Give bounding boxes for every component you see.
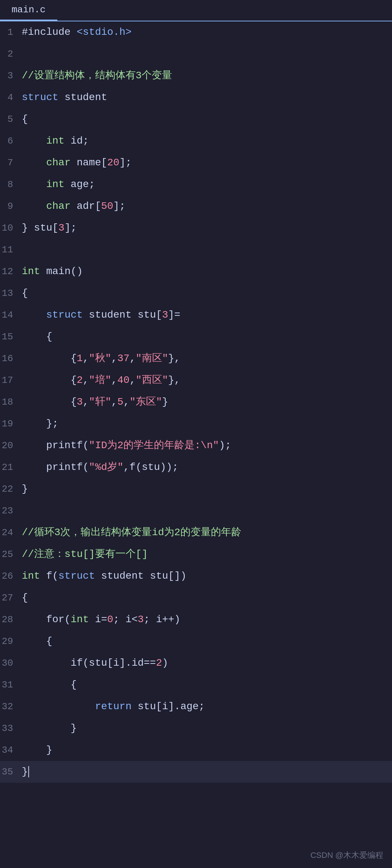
line-number: 8 bbox=[0, 174, 19, 195]
line-content: { bbox=[19, 631, 392, 652]
line-number: 30 bbox=[0, 653, 19, 673]
code-line: 34 } bbox=[0, 739, 392, 761]
code-line: 24//循环3次，输出结构体变量id为2的变量的年龄 bbox=[0, 522, 392, 543]
code-line: 10} stu[3]; bbox=[0, 217, 392, 239]
line-content: } bbox=[19, 718, 392, 739]
code-line: 26int f(struct student stu[]) bbox=[0, 565, 392, 587]
code-line: 23 bbox=[0, 500, 392, 522]
line-number: 21 bbox=[0, 457, 19, 478]
line-content: int main() bbox=[19, 261, 392, 282]
code-line: 7 char name[20]; bbox=[0, 152, 392, 174]
code-line: 30 if(stu[i].id==2) bbox=[0, 652, 392, 674]
line-content: { bbox=[19, 327, 392, 347]
line-content: char name[20]; bbox=[19, 153, 392, 173]
line-number: 20 bbox=[0, 435, 19, 456]
line-content: {3,"轩",5,"东区"} bbox=[19, 392, 392, 412]
line-number: 3 bbox=[0, 66, 19, 86]
code-line: 32 return stu[i].age; bbox=[0, 696, 392, 718]
code-line: 6 int id; bbox=[0, 130, 392, 152]
code-line: 9 char adr[50]; bbox=[0, 195, 392, 217]
line-number: 29 bbox=[0, 631, 19, 652]
code-line: 33 } bbox=[0, 718, 392, 739]
line-content: //设置结构体，结构体有3个变量 bbox=[19, 66, 392, 86]
code-line: 16 {1,"秋",37,"南区"}, bbox=[0, 348, 392, 369]
code-line: 1#include <stdio.h> bbox=[0, 21, 392, 43]
line-number: 22 bbox=[0, 479, 19, 499]
line-content: if(stu[i].id==2) bbox=[19, 653, 392, 673]
line-content: { bbox=[19, 283, 392, 303]
line-content: { bbox=[19, 588, 392, 608]
code-line: 14 struct student stu[3]= bbox=[0, 304, 392, 326]
line-number: 17 bbox=[0, 370, 19, 390]
code-line: 17 {2,"培",40,"西区"}, bbox=[0, 369, 392, 391]
line-content bbox=[19, 240, 392, 260]
line-number: 33 bbox=[0, 718, 19, 739]
code-line: 20 printf("ID为2的学生的年龄是:\n"); bbox=[0, 435, 392, 456]
line-content: char adr[50]; bbox=[19, 196, 392, 216]
code-line: 5{ bbox=[0, 108, 392, 130]
line-number: 19 bbox=[0, 414, 19, 434]
line-content: } bbox=[19, 479, 392, 499]
code-line: 3//设置结构体，结构体有3个变量 bbox=[0, 65, 392, 87]
line-content: { bbox=[19, 109, 392, 129]
code-line: 13{ bbox=[0, 282, 392, 304]
line-content bbox=[19, 501, 392, 521]
code-container: 1#include <stdio.h>2 3//设置结构体，结构体有3个变量4s… bbox=[0, 21, 392, 783]
line-content: int f(struct student stu[]) bbox=[19, 566, 392, 586]
line-content: } bbox=[19, 740, 392, 760]
line-number: 31 bbox=[0, 675, 19, 695]
line-number: 4 bbox=[0, 87, 19, 108]
line-content: }; bbox=[19, 414, 392, 434]
line-content: return stu[i].age; bbox=[19, 697, 392, 717]
line-number: 24 bbox=[0, 522, 19, 543]
code-line: 8 int age; bbox=[0, 174, 392, 195]
line-number: 18 bbox=[0, 392, 19, 412]
line-content: } stu[3]; bbox=[19, 218, 392, 238]
line-content: printf("ID为2的学生的年龄是:\n"); bbox=[19, 435, 392, 456]
line-content: struct student stu[3]= bbox=[19, 305, 392, 325]
code-line: 19 }; bbox=[0, 413, 392, 435]
code-line: 25//注意：stu[]要有一个[] bbox=[0, 543, 392, 565]
line-number: 32 bbox=[0, 697, 19, 717]
line-number: 12 bbox=[0, 261, 19, 282]
line-number: 7 bbox=[0, 153, 19, 173]
code-line: 28 for(int i=0; i<3; i++) bbox=[0, 609, 392, 631]
code-line: 35} bbox=[0, 761, 392, 783]
code-line: 21 printf("%d岁",f(stu)); bbox=[0, 456, 392, 478]
code-line: 15 { bbox=[0, 326, 392, 348]
tab-bar: main.c bbox=[0, 0, 392, 21]
line-number: 26 bbox=[0, 566, 19, 586]
line-number: 16 bbox=[0, 348, 19, 369]
line-number: 10 bbox=[0, 218, 19, 238]
code-line: 27{ bbox=[0, 587, 392, 609]
line-content bbox=[19, 44, 392, 64]
line-content: int id; bbox=[19, 131, 392, 151]
line-number: 9 bbox=[0, 196, 19, 216]
line-number: 15 bbox=[0, 327, 19, 347]
code-line: 11 bbox=[0, 239, 392, 261]
line-content: {2,"培",40,"西区"}, bbox=[19, 370, 392, 390]
code-line: 29 { bbox=[0, 631, 392, 652]
line-number: 11 bbox=[0, 240, 19, 260]
line-number: 5 bbox=[0, 109, 19, 129]
line-number: 27 bbox=[0, 588, 19, 608]
line-content: int age; bbox=[19, 174, 392, 195]
code-line: 4struct student bbox=[0, 87, 392, 108]
line-number: 2 bbox=[0, 44, 19, 64]
line-number: 34 bbox=[0, 740, 19, 760]
line-content: #include <stdio.h> bbox=[19, 22, 392, 42]
line-number: 13 bbox=[0, 283, 19, 303]
line-content: {1,"秋",37,"南区"}, bbox=[19, 348, 392, 369]
code-line: 31 { bbox=[0, 674, 392, 696]
line-content: struct student bbox=[19, 87, 392, 108]
code-line: 18 {3,"轩",5,"东区"} bbox=[0, 391, 392, 413]
line-number: 14 bbox=[0, 305, 19, 325]
tab-main-c[interactable]: main.c bbox=[0, 0, 57, 21]
code-line: 22} bbox=[0, 478, 392, 500]
line-number: 23 bbox=[0, 501, 19, 521]
line-content: printf("%d岁",f(stu)); bbox=[19, 457, 392, 478]
line-content: } bbox=[19, 762, 392, 782]
line-number: 1 bbox=[0, 22, 19, 42]
line-number: 25 bbox=[0, 544, 19, 565]
line-number: 35 bbox=[0, 762, 19, 782]
